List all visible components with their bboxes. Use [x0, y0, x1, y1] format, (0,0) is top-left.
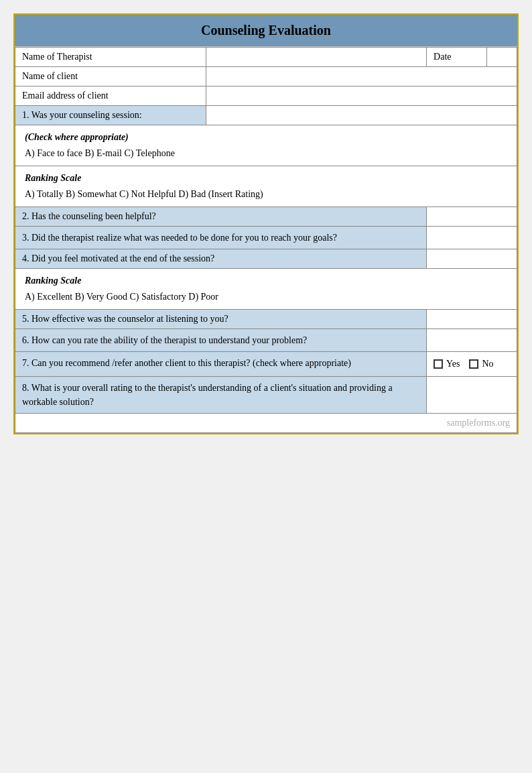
question4-label: 4. Did you feel motivated at the end of …	[15, 249, 427, 269]
question5-row: 5. How effective was the counselor at li…	[15, 310, 517, 329]
question7-label: 7. Can you recommend /refer another clie…	[15, 352, 427, 377]
question6-row: 6. How can you rate the ability of the t…	[15, 329, 517, 352]
question1-value[interactable]	[206, 106, 517, 125]
question8-row: 8. What is your overall rating to the th…	[15, 377, 517, 414]
form-title: Counseling Evaluation	[15, 15, 517, 47]
question5-value[interactable]	[427, 310, 517, 329]
question3-value[interactable]	[427, 227, 517, 249]
yes-no-area: Yes No	[434, 356, 510, 372]
date-value[interactable]	[486, 48, 517, 67]
question7-row: 7. Can you recommend /refer another clie…	[15, 352, 517, 377]
question3-row: 3. Did the therapist realize what was ne…	[15, 227, 517, 249]
question1-row: 1. Was your counseling session:	[15, 106, 517, 125]
watermark-row: sampleforms.org	[15, 414, 517, 433]
question6-value[interactable]	[427, 329, 517, 352]
therapist-label: Name of Therapist	[15, 48, 206, 67]
client-value[interactable]	[206, 67, 517, 86]
question2-row: 2. Has the counseling been helpful?	[15, 207, 517, 227]
question4-value[interactable]	[427, 249, 517, 269]
client-row: Name of client	[15, 67, 517, 86]
ranking-scale-1-row: Ranking Scale A) Totally B) Somewhat C) …	[15, 166, 517, 207]
question2-value[interactable]	[427, 207, 517, 227]
ranking-scale-2-options: A) Excellent B) Very Good C) Satisfactor…	[25, 292, 507, 302]
date-label: Date	[427, 48, 487, 67]
therapist-row: Name of Therapist Date	[15, 48, 517, 67]
ranking-scale-1-label: Ranking Scale	[25, 173, 507, 184]
main-table: Name of Therapist Date Name of client Em…	[15, 47, 517, 433]
ranking-scale-2-row: Ranking Scale A) Excellent B) Very Good …	[15, 269, 517, 310]
therapist-value[interactable]	[206, 48, 427, 67]
no-option[interactable]: No	[469, 359, 493, 369]
check-instruction: (Check where appropriate)	[25, 132, 507, 143]
ranking-scale-2-label: Ranking Scale	[25, 276, 507, 286]
email-value[interactable]	[206, 86, 517, 106]
question3-label: 3. Did the therapist realize what was ne…	[15, 227, 427, 249]
question5-label: 5. How effective was the counselor at li…	[15, 310, 427, 329]
email-row: Email address of client	[15, 86, 517, 106]
no-label: No	[482, 359, 493, 369]
question8-label: 8. What is your overall rating to the th…	[15, 377, 427, 414]
watermark: sampleforms.org	[15, 414, 517, 433]
question8-value[interactable]	[427, 377, 517, 414]
form-container: Counseling Evaluation Name of Therapist …	[13, 13, 519, 434]
session-options: A) Face to face B) E-mail C) Telephone	[25, 148, 507, 159]
check-instruction-row: (Check where appropriate) A) Face to fac…	[15, 125, 517, 166]
no-checkbox[interactable]	[469, 359, 478, 369]
yes-label: Yes	[446, 359, 460, 369]
question7-answer: Yes No	[427, 352, 517, 377]
yes-checkbox[interactable]	[434, 359, 443, 369]
question6-label: 6. How can you rate the ability of the t…	[15, 329, 427, 352]
email-label: Email address of client	[15, 86, 206, 106]
question1-label: 1. Was your counseling session:	[15, 106, 206, 125]
question4-row: 4. Did you feel motivated at the end of …	[15, 249, 517, 269]
yes-option[interactable]: Yes	[434, 359, 460, 369]
ranking-scale-1-options: A) Totally B) Somewhat C) Not Helpful D)…	[25, 189, 507, 200]
client-label: Name of client	[15, 67, 206, 86]
question2-label: 2. Has the counseling been helpful?	[15, 207, 427, 227]
